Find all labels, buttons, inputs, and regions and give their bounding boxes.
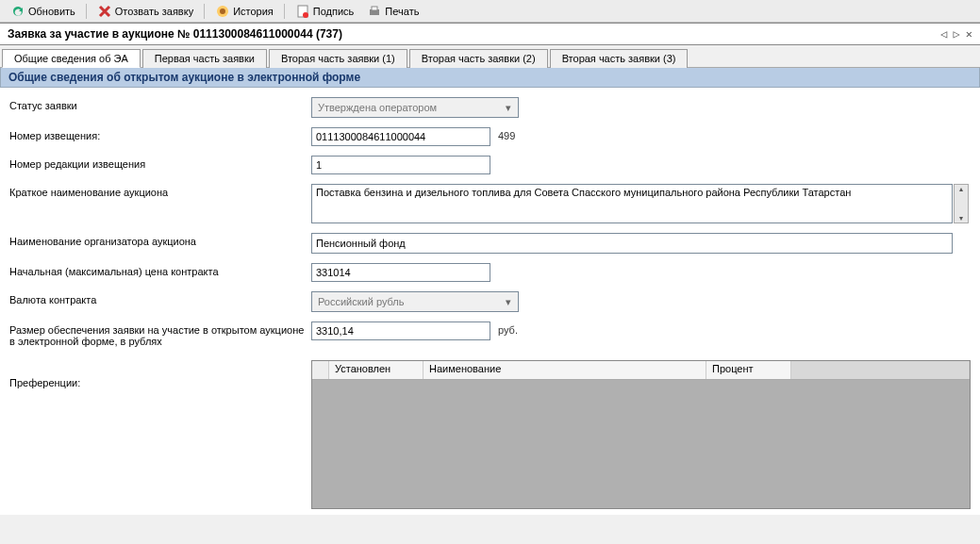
- separator: [86, 4, 87, 19]
- window-title: Заявка за участие в аукционе № 011130008…: [8, 27, 342, 41]
- tab-label: Первая часть заявки: [155, 53, 255, 64]
- print-label: Печать: [385, 6, 419, 17]
- tab-label: Вторая часть заявки (2): [422, 53, 536, 64]
- window-controls: ◁ ▷ ✕: [940, 27, 972, 41]
- svg-point-3: [303, 12, 308, 18]
- prev-icon[interactable]: ◁: [940, 27, 947, 41]
- history-button[interactable]: История: [210, 2, 278, 21]
- status-label: Статус заявки: [9, 97, 311, 111]
- separator: [204, 4, 205, 19]
- svg-rect-5: [372, 7, 377, 10]
- sign-icon: [295, 4, 310, 19]
- short-name-textarea[interactable]: [311, 184, 953, 223]
- organizer-input[interactable]: [311, 233, 953, 254]
- preferences-label: Преференции:: [9, 360, 311, 388]
- organizer-label: Наименование организатора аукциона: [9, 233, 311, 247]
- deposit-unit: руб.: [498, 321, 518, 336]
- revision-label: Номер редакции извещения: [9, 156, 311, 170]
- deposit-input[interactable]: [311, 321, 490, 340]
- revision-input[interactable]: [311, 156, 490, 174]
- history-label: История: [233, 6, 274, 17]
- history-icon: [215, 4, 230, 19]
- grid-corner: [312, 361, 329, 379]
- refresh-button[interactable]: Обновить: [6, 2, 80, 21]
- svg-point-1: [220, 8, 225, 14]
- currency-label: Валюта контракта: [9, 291, 311, 305]
- tab-label: Общие сведения об ЭА: [14, 53, 128, 64]
- chevron-down-icon: ▾: [501, 294, 516, 309]
- next-icon[interactable]: ▷: [954, 27, 960, 41]
- grid-col-name[interactable]: Наименование: [424, 361, 706, 379]
- print-button[interactable]: Печать: [362, 2, 424, 21]
- notice-side-text: 499: [498, 127, 515, 141]
- grid-col-blank: [791, 361, 970, 379]
- short-name-label: Краткое наименование аукциона: [9, 184, 311, 198]
- scroll-down-icon[interactable]: ▾: [955, 214, 968, 223]
- chevron-down-icon: ▾: [501, 100, 516, 115]
- form-panel: Статус заявки Утверждена оператором ▾ Но…: [0, 88, 980, 360]
- notice-num-label: Номер извещения:: [9, 127, 311, 141]
- withdraw-icon: [97, 4, 112, 19]
- sign-button[interactable]: Подпись: [291, 2, 359, 21]
- tab-part2-3[interactable]: Вторая часть заявки (3): [550, 49, 689, 68]
- refresh-icon: [10, 4, 25, 19]
- tab-label: Вторая часть заявки (1): [281, 53, 395, 64]
- preferences-grid[interactable]: Установлен Наименование Процент: [311, 360, 971, 509]
- tab-strip: Общие сведения об ЭА Первая часть заявки…: [0, 45, 980, 68]
- grid-header: Установлен Наименование Процент: [312, 361, 970, 380]
- deposit-label: Размер обеспечения заявки на участие в о…: [9, 321, 311, 347]
- withdraw-label: Отозвать заявку: [115, 6, 193, 17]
- main-toolbar: Обновить Отозвать заявку История Подпись…: [0, 0, 980, 23]
- price-label: Начальная (максимальная) цена контракта: [9, 263, 311, 277]
- notice-num-input[interactable]: [311, 127, 490, 146]
- tab-part1[interactable]: Первая часть заявки: [142, 49, 267, 68]
- print-icon: [367, 4, 382, 19]
- textarea-scrollbar[interactable]: ▴ ▾: [954, 184, 969, 223]
- window-title-bar: Заявка за участие в аукционе № 011130008…: [0, 23, 980, 45]
- tab-general[interactable]: Общие сведения об ЭА: [2, 49, 141, 68]
- currency-combo[interactable]: Российский рубль ▾: [311, 291, 519, 312]
- scroll-up-icon[interactable]: ▴: [955, 185, 968, 193]
- currency-value: Российский рубль: [318, 296, 405, 307]
- withdraw-button[interactable]: Отозвать заявку: [92, 2, 198, 21]
- price-input[interactable]: [311, 263, 490, 282]
- status-value: Утверждена оператором: [318, 102, 437, 113]
- status-combo[interactable]: Утверждена оператором ▾: [311, 97, 519, 118]
- section-header: Общие сведения об открытом аукционе в эл…: [0, 68, 980, 88]
- close-icon[interactable]: ✕: [966, 27, 972, 41]
- separator: [284, 4, 285, 19]
- sign-label: Подпись: [313, 6, 355, 17]
- grid-col-percent[interactable]: Процент: [706, 361, 791, 379]
- preferences-row: Преференции: Установлен Наименование Про…: [0, 360, 980, 515]
- tab-part2-2[interactable]: Вторая часть заявки (2): [409, 49, 548, 68]
- refresh-label: Обновить: [28, 6, 75, 17]
- tab-part2-1[interactable]: Вторая часть заявки (1): [269, 49, 407, 68]
- tab-label: Вторая часть заявки (3): [562, 53, 676, 64]
- grid-col-set[interactable]: Установлен: [329, 361, 424, 379]
